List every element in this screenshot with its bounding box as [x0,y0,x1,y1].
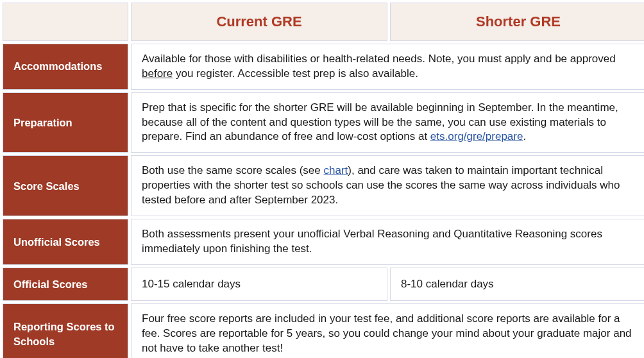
text-segment: Prep that is specific for the shorter GR… [142,101,618,143]
row-cell: Prep that is specific for the shorter GR… [131,92,644,153]
text-segment: Both use the same score scales (see [142,164,323,176]
row-label: Accommodations [3,44,128,90]
chart-link[interactable]: chart [323,164,348,176]
row-accommodations: Accommodations Available for those with … [3,44,644,90]
row-label: Official Scores [3,268,128,301]
text-segment: Available for those with disabilities or… [142,53,616,65]
row-label: Preparation [3,92,128,153]
row-score-scales: Score Scales Both use the same score sca… [3,155,644,216]
row-preparation: Preparation Prep that is specific for th… [3,92,644,153]
text-segment: you register. Accessible test prep is al… [173,67,418,80]
cell-shorter: 8-10 calendar days [390,268,644,301]
row-reporting: Reporting Scores to Schools Four free sc… [3,303,644,358]
text-segment: . [523,130,526,142]
prepare-link[interactable]: ets.org/gre/prepare [430,130,523,142]
row-label: Unofficial Scores [3,219,128,265]
row-cell: Both use the same score scales (see char… [131,155,644,216]
row-unofficial-scores: Unofficial Scores Both assessments prese… [3,219,644,265]
underlined-word: before [142,67,173,80]
row-official-scores: Official Scores 10-15 calendar days 8-10… [3,268,644,301]
comparison-table: Current GRE Shorter GRE Accommodations A… [0,0,644,358]
row-cell: Both assessments present your unofficial… [131,219,644,265]
header-row: Current GRE Shorter GRE [3,3,644,41]
row-cell: Available for those with disabilities or… [131,44,644,90]
row-label: Reporting Scores to Schools [3,303,128,358]
row-cell: Four free score reports are included in … [131,303,644,358]
header-blank [3,3,128,41]
row-label: Score Scales [3,155,128,216]
header-current-gre: Current GRE [131,3,387,41]
cell-current: 10-15 calendar days [131,268,387,301]
header-shorter-gre: Shorter GRE [390,3,644,41]
